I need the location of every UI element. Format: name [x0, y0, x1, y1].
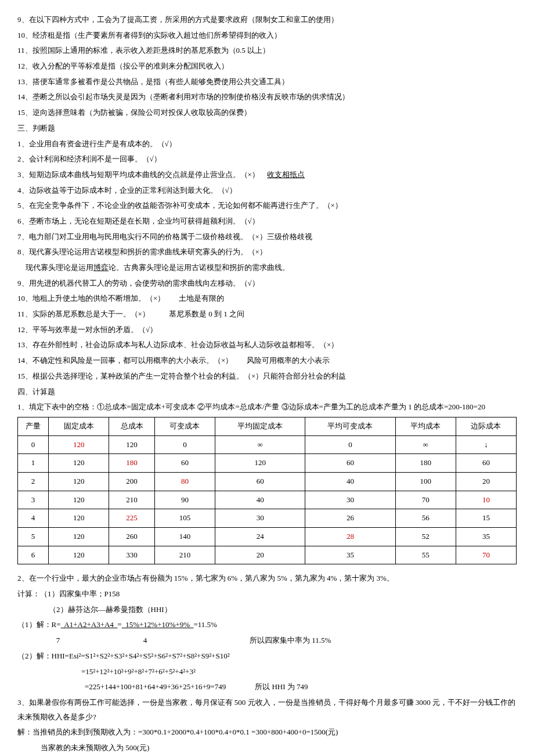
tf-q5: 5、在完全竞争条件下，不论企业的收益能否弥补可变成本，无论如何都不能再进行生产了… — [17, 199, 517, 213]
tf-q7: 7、电力部门对工业用电与民用电实行不同的价格属于二级价格歧视。（×）三级价格歧视 — [17, 230, 517, 244]
table-cell: 120 — [49, 472, 109, 491]
table-cell: 260 — [109, 528, 155, 546]
cost-table: 产量固定成本总成本可变成本平均固定成本平均可变成本平均成本边际成本 012012… — [17, 417, 517, 565]
calc2-sol2-line2: =15²+12²+10²+9²+8²+7²+6²+5²+4²+3² — [17, 665, 517, 679]
table-cell: 225 — [109, 509, 155, 528]
table-cell: 24 — [215, 528, 305, 546]
calc2-sol1-eq: = — [117, 620, 121, 629]
tf-q8-note-pre: 现代寡头理论是运用 — [26, 263, 93, 272]
table-header: 边际成本 — [456, 417, 516, 435]
table-cell: 120 — [49, 491, 109, 509]
tf-q14-text: 14、不确定性和风险是一回事，都可以用概率的大小表示。（×） — [17, 356, 233, 365]
table-header: 平均可变成本 — [305, 417, 395, 435]
table-cell: 120 — [49, 454, 109, 473]
tf-q8-note: 现代寡头理论是运用博弈论。古典寡头理论是运用古诺模型和拐折的需求曲线。 — [17, 261, 517, 275]
calc2-sol2-conc: 所以 HHI 为 749 — [226, 680, 308, 694]
table-cell: 70 — [456, 546, 516, 564]
table-cell: 60 — [215, 472, 305, 491]
calc2-sol1-result: =11.5% — [194, 620, 217, 629]
calc2-sol1-denoms: 7 4 所以四家集中率为 11.5% — [17, 633, 517, 648]
tf-q13: 13、存在外部性时，社会边际成本与私人边际成本、社会边际收益与私人边际收益都相等… — [17, 338, 517, 352]
table-cell: 10 — [456, 491, 516, 509]
table-cell: 105 — [154, 509, 215, 528]
table-cell: 180 — [395, 454, 456, 473]
table-cell: 100 — [395, 472, 456, 491]
tf-q10-note: 土地是有限的 — [167, 294, 224, 303]
table-header: 平均固定成本 — [215, 417, 305, 435]
tf-q12: 12、平等与效率是一对永恒的矛盾。（√） — [17, 323, 517, 337]
calc1-intro: 1、填定下表中的空格：①总成本=固定成本+可变成本 ②平均成本=总成本/产量 ③… — [17, 400, 517, 415]
calc2-sol1-label: （1）解：R= — [17, 620, 61, 629]
table-cell: 4 — [18, 509, 49, 528]
table-cell: 200 — [109, 472, 155, 491]
table-cell: 210 — [154, 546, 215, 564]
sc-q12: 12、收入分配的平等标准是指（按公平的准则来分配国民收入） — [17, 59, 517, 74]
table-row: 512026014024285235 — [18, 528, 517, 546]
tf-q14-note: 风险可用概率的大小表示 — [235, 356, 330, 365]
table-cell: 90 — [154, 491, 215, 509]
table-cell: 30 — [215, 509, 305, 528]
tf-q6: 6、垄断市场上，无论在短期还是在长期，企业均可获得超额利润。（√） — [17, 214, 517, 229]
tf-q1: 1、企业用自有资金进行生产是有成本的。（√） — [17, 137, 517, 152]
tf-q9: 9、用先进的机器代替工人的劳动，会使劳动的需求曲线向左移动。（√） — [17, 276, 517, 291]
tf-q4: 4、边际收益等于边际成本时，企业的正常利润达到最大化。（√） — [17, 183, 517, 198]
table-cell: ∞ — [215, 435, 305, 454]
tf-q11-note: 基尼系数是 0 到 1 之间 — [151, 309, 244, 318]
table-header: 固定成本 — [49, 417, 109, 435]
table-row: 1120180601206018060 — [18, 454, 517, 473]
table-cell: 6 — [18, 546, 49, 564]
calc3-sol2: 当家教的未来预期收入为 500(元) — [17, 741, 517, 755]
table-cell: 120 — [49, 435, 109, 454]
table-header: 产量 — [18, 417, 49, 435]
table-cell: 120 — [109, 435, 155, 454]
table-cell: 40 — [305, 472, 395, 491]
tf-q3-text: 3、短期边际成本曲线与短期平均成本曲线的交点就是停止营业点。（×） — [17, 170, 259, 179]
table-row: 31202109040307010 — [18, 491, 517, 509]
table-cell: 5 — [18, 528, 49, 546]
tf-q10: 10、地租上升使土地的供给不断增加。（×） 土地是有限的 — [17, 291, 517, 306]
table-cell: ↓ — [456, 435, 516, 454]
tf-q14: 14、不确定性和风险是一回事，都可以用概率的大小表示。（×） 风险可用概率的大小… — [17, 354, 517, 368]
calc2-sol2-label: （2）解：HHI=Esi²=S1²+S2²+S3²+S4²+S5²+S6²+S7… — [17, 649, 517, 664]
tf-q8-note-post: 论。古典寡头理论是运用古诺模型和拐折的需求曲线。 — [109, 263, 290, 272]
sc-q10: 10、经济租是指（生产要素所有者得到的实际收入超过他们所希望得到的收入） — [17, 28, 517, 43]
calc3-sol1: 解：当推销员的未到到预期收入为：=300*0.1+2000*0.4+100*0.… — [17, 725, 517, 740]
table-cell: 35 — [456, 528, 516, 546]
table-cell: 120 — [49, 528, 109, 546]
table-cell: 60 — [456, 454, 516, 473]
calc2-line1: 计算：（1）四家集中率；P158 — [17, 587, 517, 602]
table-row: 412022510530265615 — [18, 509, 517, 528]
calc2-sol2-line3: =225+144+100+81+64+49+36+25+16+9=749 — [17, 680, 226, 694]
tf-q8: 8、现代寡头理论运用古诺模型和拐折的需求曲线来研究寡头的行为。（×） — [17, 245, 517, 260]
table-cell: 2 — [18, 472, 49, 491]
tf-q11-text: 11、实际的基尼系数总是大于一。（×） — [17, 309, 150, 318]
calc2-sol1-conc: 所以四家集中率为 11.5% — [192, 633, 331, 648]
table-cell: 40 — [215, 491, 305, 509]
table-cell: 28 — [305, 528, 395, 546]
table-header: 可变成本 — [154, 417, 215, 435]
calc2-line2: （2）赫芬达尔—赫希曼指数（HHI） — [17, 603, 517, 617]
sc-q15: 15、逆向选择意味着（为防被骗，保险公司对投保人收取较高的保费） — [17, 106, 517, 120]
table-cell: 52 — [395, 528, 456, 546]
table-cell: 60 — [305, 454, 395, 473]
table-cell: 60 — [154, 454, 215, 473]
calc2-denom1: 7 — [17, 633, 99, 648]
table-cell: 0 — [305, 435, 395, 454]
table-cell: 180 — [109, 454, 155, 473]
table-cell: 120 — [215, 454, 305, 473]
table-cell: 80 — [154, 472, 215, 491]
calc2-intro: 2、在一个行业中，最大的企业市场占有份额为 15%，第七家为 6%，第八家为 5… — [17, 571, 517, 586]
table-cell: 70 — [395, 491, 456, 509]
table-cell: 210 — [109, 491, 155, 509]
table-cell: 30 — [305, 491, 395, 509]
sc-q13: 13、搭便车通常多被看作是公共物品，是指（有些人能够免费使用公共交通工具） — [17, 75, 517, 89]
table-row: 212020080604010020 — [18, 472, 517, 491]
tf-q15: 15、根据公共选择理论，某种政策的产生一定符合整个社会的利益。（×）只能符合部分… — [17, 369, 517, 384]
table-cell: 120 — [49, 509, 109, 528]
table-cell: 1 — [18, 454, 49, 473]
tf-q3-note: 收支相抵点 — [261, 170, 305, 179]
table-cell: 330 — [109, 546, 155, 564]
calc2-denom2: 4 — [99, 633, 192, 648]
tf-q11: 11、实际的基尼系数总是大于一。（×） 基尼系数是 0 到 1 之间 — [17, 307, 517, 322]
calc2-sol1: （1）解：R= A1+A2+A3+A4 = 15%+12%+10%+9% =11… — [17, 618, 517, 632]
